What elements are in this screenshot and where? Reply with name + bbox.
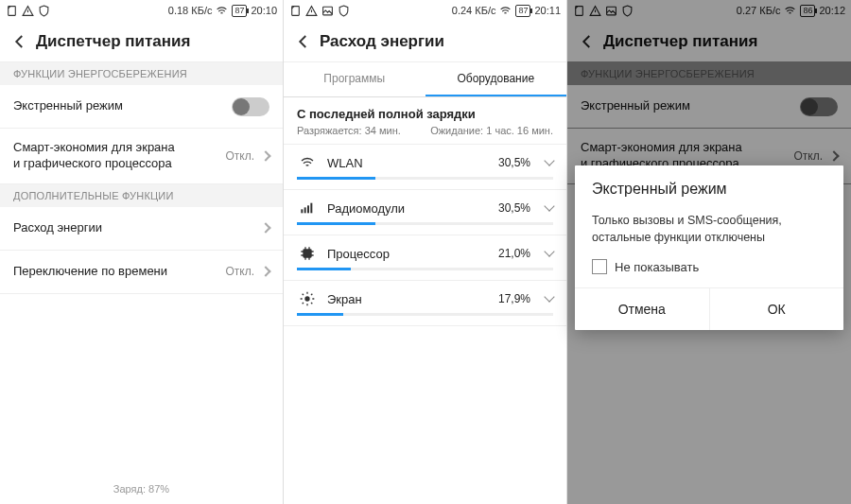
network-speed: 0.18 КБ/с xyxy=(168,5,213,16)
image-icon xyxy=(605,5,617,17)
energy-item-pct: 30,5% xyxy=(498,156,530,169)
since-full-charge: С последней полной зарядки xyxy=(284,97,566,123)
screen-power-manager-dialog: 0.27 КБ/с 86 20:12 Диспетчер питания ФУН… xyxy=(567,0,851,504)
battery-icon: 86 xyxy=(800,5,815,17)
standby-time: Ожидание: 1 час. 16 мин. xyxy=(430,125,553,136)
emergency-dialog: Экстренный режим Только вызовы и SMS-соо… xyxy=(575,165,843,330)
warning-icon xyxy=(305,5,318,17)
smart-economy-label: Смарт-экономия для экрана и графического… xyxy=(13,140,183,172)
svg-rect-6 xyxy=(310,203,312,214)
charge-footer: Заряд: 87% xyxy=(0,474,283,504)
energy-item-pct: 21,0% xyxy=(498,247,530,260)
emergency-toggle[interactable] xyxy=(800,97,838,116)
energy-item[interactable]: Процессор21,0% xyxy=(284,235,566,281)
section-additional: ДОПОЛНИТЕЛЬНЫЕ ФУНКЦИИ xyxy=(0,184,283,207)
wifi-icon xyxy=(784,5,796,17)
tab-hardware[interactable]: Оборудование xyxy=(426,62,567,96)
svg-point-8 xyxy=(304,296,309,301)
svg-rect-5 xyxy=(307,205,309,213)
status-bar: 0.24 КБ/с 87 20:11 xyxy=(284,0,566,21)
dont-show-row[interactable]: Не показывать xyxy=(575,259,843,287)
battery-icon: 87 xyxy=(232,5,247,17)
energy-usage-row[interactable]: Расход энергии xyxy=(0,207,283,251)
image-icon xyxy=(321,5,334,17)
chevron-down-icon xyxy=(544,155,554,165)
shield-icon xyxy=(338,5,350,17)
energy-item-bar xyxy=(297,268,553,270)
schedule-value: Откл. xyxy=(225,265,254,278)
emergency-mode-row[interactable]: Экстренный режим xyxy=(567,85,851,129)
header: Диспетчер питания xyxy=(567,21,851,62)
energy-item-name: Процессор xyxy=(327,247,489,261)
schedule-label: Переключение по времени xyxy=(13,264,167,280)
clock: 20:10 xyxy=(251,5,277,16)
shield-icon xyxy=(621,5,634,17)
page-title: Расход энергии xyxy=(320,32,444,51)
discharge-time: Разряжается: 34 мин. xyxy=(297,125,401,136)
battery-icon: 87 xyxy=(515,5,530,17)
svg-rect-4 xyxy=(304,207,306,213)
warning-icon xyxy=(22,5,34,17)
energy-item[interactable]: Радиомодули30,5% xyxy=(284,190,566,235)
energy-item-bar xyxy=(297,313,553,316)
dialog-body: Только вызовы и SMS-сообщения, остальные… xyxy=(575,209,843,259)
chevron-down-icon xyxy=(544,246,554,256)
status-bar: 0.27 КБ/с 86 20:12 xyxy=(567,0,851,21)
cancel-button[interactable]: Отмена xyxy=(575,288,710,330)
energy-item[interactable]: WLAN30,5% xyxy=(284,145,566,190)
ok-button[interactable]: ОК xyxy=(710,288,844,330)
energy-item-bar xyxy=(297,177,553,180)
back-button[interactable] xyxy=(9,33,30,50)
back-button[interactable] xyxy=(577,33,598,50)
smart-economy-row[interactable]: Смарт-экономия для экрана и графического… xyxy=(0,129,283,184)
svg-rect-7 xyxy=(304,250,311,257)
page-title: Диспетчер питания xyxy=(36,32,190,51)
emergency-mode-label: Экстренный режим xyxy=(13,98,123,114)
network-speed: 0.27 КБ/с xyxy=(737,5,781,16)
svg-rect-3 xyxy=(301,209,303,213)
energy-item-pct: 17,9% xyxy=(498,292,530,305)
chevron-right-icon xyxy=(260,267,270,277)
dialog-title: Экстренный режим xyxy=(575,165,843,209)
energy-item[interactable]: Экран17,9% xyxy=(284,281,566,326)
chevron-down-icon xyxy=(544,291,554,302)
dont-show-checkbox[interactable] xyxy=(592,259,607,274)
energy-usage-label: Расход энергии xyxy=(13,220,102,236)
warning-icon xyxy=(589,5,601,17)
charge-info: Разряжается: 34 мин. Ожидание: 1 час. 16… xyxy=(284,123,566,145)
energy-item-name: Экран xyxy=(327,292,489,306)
smart-economy-value: Откл. xyxy=(225,149,254,163)
screen-power-manager: 0.18 КБ/с 87 20:10 Диспетчер питания ФУН… xyxy=(0,0,284,504)
tabs: Программы Оборудование xyxy=(284,62,566,97)
energy-item-bar xyxy=(297,222,553,225)
chevron-right-icon xyxy=(260,223,270,234)
clock: 20:11 xyxy=(534,5,561,16)
energy-item-icon xyxy=(297,290,318,307)
emergency-toggle[interactable] xyxy=(232,97,269,116)
header: Диспетчер питания xyxy=(0,21,283,62)
chevron-right-icon xyxy=(260,150,270,161)
sim-icon xyxy=(573,5,585,17)
tab-apps[interactable]: Программы xyxy=(284,62,426,96)
schedule-row[interactable]: Переключение по времени Откл. xyxy=(0,251,283,294)
energy-list: WLAN30,5%Радиомодули30,5%Процессор21,0%Э… xyxy=(284,145,566,326)
wifi-icon xyxy=(216,5,228,17)
clock: 20:12 xyxy=(819,5,845,16)
energy-item-icon xyxy=(297,200,318,217)
energy-item-icon xyxy=(297,245,318,262)
energy-item-name: WLAN xyxy=(327,156,489,170)
back-button[interactable] xyxy=(293,33,314,50)
emergency-mode-row[interactable]: Экстренный режим xyxy=(0,85,283,129)
energy-item-icon xyxy=(297,154,318,171)
status-bar: 0.18 КБ/с 87 20:10 xyxy=(0,0,283,21)
network-speed: 0.24 КБ/с xyxy=(452,5,496,16)
header: Расход энергии xyxy=(284,21,566,62)
section-energy-saving: ФУНКЦИИ ЭНЕРГОСБЕРЕЖЕНИЯ xyxy=(567,62,851,85)
page-title: Диспетчер питания xyxy=(603,32,757,51)
energy-item-pct: 30,5% xyxy=(498,201,530,215)
section-energy-saving: ФУНКЦИИ ЭНЕРГОСБЕРЕЖЕНИЯ xyxy=(0,62,283,85)
chevron-down-icon xyxy=(544,200,554,211)
dialog-buttons: Отмена ОК xyxy=(575,287,843,330)
dont-show-label: Не показывать xyxy=(615,260,699,274)
sim-icon xyxy=(6,5,18,17)
